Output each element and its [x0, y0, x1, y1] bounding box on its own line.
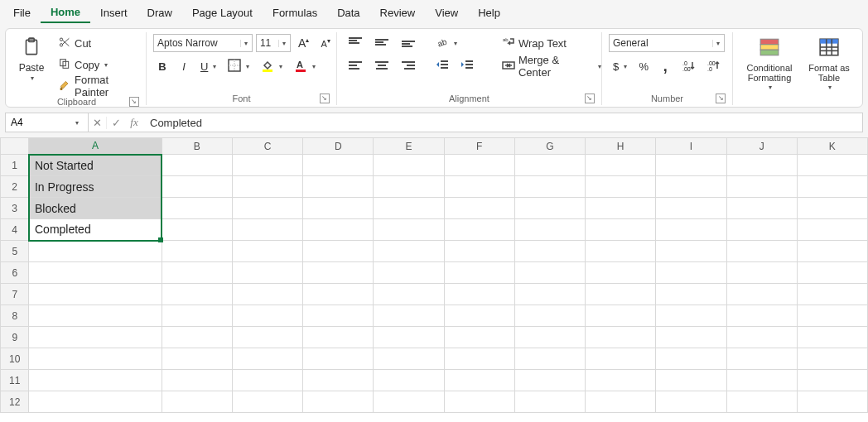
menu-review[interactable]: Review — [370, 3, 426, 22]
row-header-9[interactable]: 9 — [1, 327, 29, 348]
cell-H3[interactable] — [586, 198, 656, 219]
cell-J12[interactable] — [726, 391, 797, 413]
col-header-C[interactable]: C — [232, 138, 302, 155]
menu-insert[interactable]: Insert — [90, 3, 137, 22]
cell-H5[interactable] — [586, 241, 656, 262]
cell-I8[interactable] — [656, 305, 726, 327]
cell-C9[interactable] — [232, 327, 302, 348]
cell-E6[interactable] — [374, 262, 444, 284]
cell-E3[interactable] — [374, 198, 444, 219]
cell-C10[interactable] — [232, 348, 302, 370]
cell-C5[interactable] — [232, 241, 302, 262]
cell-G6[interactable] — [514, 262, 585, 284]
cell-G11[interactable] — [514, 370, 585, 391]
col-header-J[interactable]: J — [726, 138, 797, 155]
cell-E11[interactable] — [374, 370, 444, 391]
cell-B4[interactable] — [162, 219, 232, 241]
cell-H9[interactable] — [586, 327, 656, 348]
cell-I10[interactable] — [656, 348, 726, 370]
cell-K2[interactable] — [797, 176, 867, 198]
cell-B7[interactable] — [162, 284, 232, 305]
cell-G1[interactable] — [514, 155, 585, 176]
menu-view[interactable]: View — [425, 3, 468, 22]
cell-E7[interactable] — [374, 284, 444, 305]
row-header-6[interactable]: 6 — [1, 262, 29, 284]
cell-E5[interactable] — [374, 241, 444, 262]
align-middle-button[interactable] — [370, 34, 393, 52]
cell-A12[interactable] — [29, 391, 162, 413]
cell-E2[interactable] — [374, 176, 444, 198]
cell-F4[interactable] — [444, 219, 514, 241]
cell-E9[interactable] — [374, 327, 444, 348]
fill-color-button[interactable]: ▾ — [257, 57, 287, 75]
cell-I12[interactable] — [656, 391, 726, 413]
cell-E12[interactable] — [374, 391, 444, 413]
cell-H1[interactable] — [586, 155, 656, 176]
cell-G9[interactable] — [514, 327, 585, 348]
cell-F5[interactable] — [444, 241, 514, 262]
cell-G5[interactable] — [514, 241, 585, 262]
font-size-combo[interactable]: 11 ▾ — [256, 34, 291, 52]
copy-button[interactable]: Copy ▾ — [54, 55, 139, 74]
cell-B3[interactable] — [162, 198, 232, 219]
cell-H2[interactable] — [586, 176, 656, 198]
menu-help[interactable]: Help — [468, 3, 510, 22]
decrease-font-size-button[interactable]: A▾ — [316, 34, 335, 52]
col-header-E[interactable]: E — [374, 138, 444, 155]
cell-H10[interactable] — [586, 348, 656, 370]
cell-A4[interactable]: Completed — [29, 219, 162, 241]
cell-H6[interactable] — [586, 262, 656, 284]
menu-draw[interactable]: Draw — [137, 3, 182, 22]
cell-D11[interactable] — [303, 370, 374, 391]
cell-B1[interactable] — [162, 155, 232, 176]
cell-I6[interactable] — [656, 262, 726, 284]
cell-A11[interactable] — [29, 370, 162, 391]
cell-H4[interactable] — [586, 219, 656, 241]
cell-B2[interactable] — [162, 176, 232, 198]
cell-K10[interactable] — [797, 348, 867, 370]
cell-K9[interactable] — [797, 327, 867, 348]
underline-button[interactable]: U▾ — [196, 57, 220, 75]
cell-G10[interactable] — [514, 348, 585, 370]
cell-B8[interactable] — [162, 305, 232, 327]
decrease-decimal-button[interactable]: .00.0 — [702, 57, 724, 75]
col-header-A[interactable]: A — [29, 138, 162, 155]
number-format-combo[interactable]: General ▾ — [609, 34, 725, 52]
chevron-down-icon[interactable]: ▾ — [278, 40, 290, 47]
format-as-table-button[interactable]: Format as Table ▾ — [804, 34, 854, 94]
formula-input[interactable] — [143, 113, 862, 132]
cell-A1[interactable]: Not Started — [29, 155, 162, 176]
cell-J11[interactable] — [726, 370, 797, 391]
cell-C3[interactable] — [232, 198, 302, 219]
cell-F3[interactable] — [444, 198, 514, 219]
cell-K5[interactable] — [797, 241, 867, 262]
cell-J1[interactable] — [726, 155, 797, 176]
cell-J3[interactable] — [726, 198, 797, 219]
decrease-indent-button[interactable] — [432, 57, 453, 75]
cell-K4[interactable] — [797, 219, 867, 241]
cell-A7[interactable] — [29, 284, 162, 305]
increase-indent-button[interactable] — [456, 57, 478, 75]
cell-F9[interactable] — [444, 327, 514, 348]
cell-K7[interactable] — [797, 284, 867, 305]
cell-D12[interactable] — [303, 391, 374, 413]
cell-D3[interactable] — [303, 198, 374, 219]
cell-G7[interactable] — [514, 284, 585, 305]
cell-G2[interactable] — [514, 176, 585, 198]
cell-F1[interactable] — [444, 155, 514, 176]
cell-K8[interactable] — [797, 305, 867, 327]
accounting-format-button[interactable]: $▾ — [609, 57, 631, 75]
cell-A3[interactable]: Blocked — [29, 198, 162, 219]
cell-F12[interactable] — [444, 391, 514, 413]
cell-E4[interactable] — [374, 219, 444, 241]
row-header-12[interactable]: 12 — [1, 391, 29, 413]
bold-button[interactable]: B — [153, 57, 171, 75]
cell-K12[interactable] — [797, 391, 867, 413]
menu-home[interactable]: Home — [41, 2, 90, 23]
cell-I3[interactable] — [656, 198, 726, 219]
cell-B11[interactable] — [162, 370, 232, 391]
font-color-button[interactable]: A ▾ — [290, 57, 320, 75]
cell-F10[interactable] — [444, 348, 514, 370]
cell-D2[interactable] — [303, 176, 374, 198]
cell-E1[interactable] — [374, 155, 444, 176]
